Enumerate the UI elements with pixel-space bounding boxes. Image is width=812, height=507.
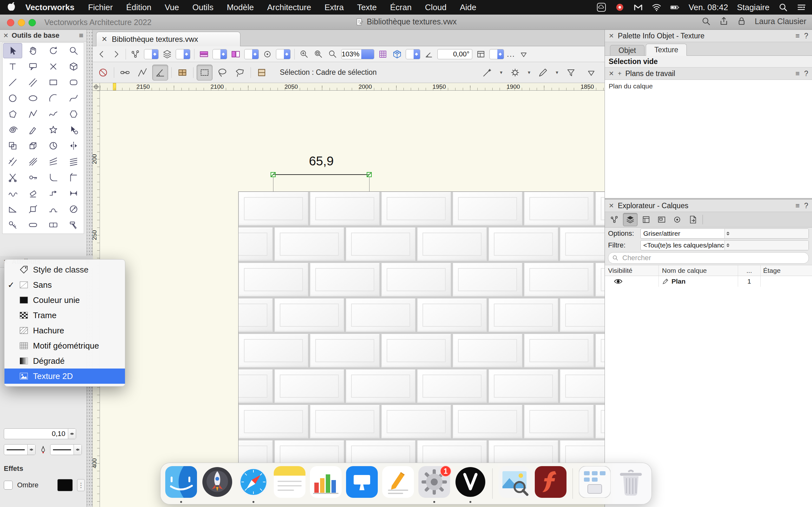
menu-item-hachure[interactable]: Hachure <box>4 323 125 338</box>
corner-square-tool-icon[interactable] <box>24 202 42 216</box>
extrude-tool-icon[interactable] <box>24 138 42 153</box>
toolbar-collapse-icon[interactable] <box>518 49 529 60</box>
forward-icon[interactable] <box>110 49 122 60</box>
menu-item-texture-2d[interactable]: Texture 2D <box>4 369 125 384</box>
wall-styles-icon[interactable] <box>230 49 241 60</box>
wave-tool-icon[interactable] <box>3 186 22 201</box>
photos-icon[interactable] <box>499 466 530 498</box>
shadow-color-swatch[interactable] <box>57 479 72 491</box>
furniture-tool-icon[interactable] <box>254 65 269 80</box>
line-weight-popup[interactable]: 0,10 <box>4 429 76 439</box>
menu-fichier[interactable]: Fichier <box>82 3 119 12</box>
dock-item-vectorworks[interactable] <box>454 463 487 504</box>
options-select[interactable]: Griser/attirer <box>641 228 809 239</box>
rounded-rectangle-tool-icon[interactable] <box>64 75 83 90</box>
menu-vue[interactable]: Vue <box>158 3 186 12</box>
callout-tool-icon[interactable] <box>24 59 42 74</box>
palette-menu-icon[interactable]: ≡ <box>796 69 800 78</box>
compass-tool-icon[interactable] <box>64 202 83 216</box>
menu-modele[interactable]: Modèle <box>220 3 260 12</box>
wall-styles-popup[interactable] <box>244 49 259 59</box>
safari-icon[interactable] <box>238 466 269 498</box>
session-user[interactable]: Laura Clausier <box>755 17 806 26</box>
ticket-tool-icon[interactable] <box>44 218 62 232</box>
menu-item-degrade[interactable]: Dégradé <box>4 353 125 369</box>
circle-tool-icon[interactable] <box>3 91 22 106</box>
dock-item-charts[interactable] <box>310 463 342 504</box>
polygon-selection-icon[interactable] <box>232 65 247 80</box>
notification-icon[interactable] <box>615 3 624 12</box>
minimize-window-button[interactable] <box>18 19 25 26</box>
pages-icon[interactable] <box>382 466 414 498</box>
menu-outils[interactable]: Outils <box>186 3 220 12</box>
line-style-popup[interactable] <box>4 444 36 455</box>
eraser-tool-icon[interactable] <box>24 186 42 201</box>
finder-icon[interactable] <box>165 466 197 498</box>
filter-icon[interactable] <box>563 65 578 80</box>
mail-icon[interactable] <box>633 3 643 12</box>
dock-item-system-preferences[interactable]: 1 <box>418 463 450 504</box>
snap-grid-icon[interactable] <box>117 65 133 80</box>
documents-folder-icon[interactable] <box>579 466 611 498</box>
layer-options-icon[interactable] <box>161 49 173 60</box>
dock-item-launchpad[interactable] <box>201 463 234 504</box>
battery-icon[interactable] <box>670 3 680 12</box>
iso-grid-popup[interactable] <box>406 49 420 59</box>
ruler-origin-icon[interactable] <box>92 83 100 91</box>
col-more[interactable]: ... <box>738 265 761 276</box>
pan-hand-tool-icon[interactable] <box>24 43 42 58</box>
document-tab[interactable]: ✕ Bibliothèque textures.vwx <box>96 32 241 46</box>
slope-tool-icon[interactable] <box>3 202 22 216</box>
viewports-icon[interactable] <box>655 213 669 226</box>
zoom-tool-icon[interactable] <box>64 43 83 58</box>
brush-icon[interactable] <box>536 65 551 80</box>
saved-views-popup[interactable] <box>144 49 159 59</box>
tab-objet[interactable]: Objet <box>610 45 645 55</box>
hammer-tool-icon[interactable] <box>64 218 83 232</box>
help-icon[interactable]: ? <box>804 32 808 40</box>
louver-tool-icon[interactable] <box>64 154 83 169</box>
wall-preferences-popup[interactable] <box>212 49 227 59</box>
polygon-tool-icon[interactable] <box>3 107 22 121</box>
menu-aide[interactable]: Aide <box>453 3 483 12</box>
search-input[interactable] <box>622 253 805 262</box>
arch-tool-icon[interactable] <box>44 202 62 216</box>
freehand-tool-icon[interactable] <box>24 123 42 137</box>
rotate-view-tool-icon[interactable] <box>44 43 62 58</box>
settings-gear-icon[interactable] <box>507 65 523 80</box>
fillet-tool-icon[interactable] <box>44 170 62 185</box>
delete-tool-icon[interactable] <box>44 59 62 74</box>
close-palette-icon[interactable]: ✕ <box>609 32 614 40</box>
rotation-field[interactable] <box>438 49 472 59</box>
close-palette-icon[interactable]: ✕ <box>609 70 614 77</box>
chevron-down-icon[interactable]: ▾ <box>500 69 502 75</box>
help-icon[interactable]: ? <box>804 202 808 210</box>
help-icon[interactable]: ? <box>804 69 808 78</box>
hatch-tool-icon[interactable] <box>24 154 42 169</box>
creative-cloud-icon[interactable] <box>597 3 606 12</box>
ellipse-tool-icon[interactable] <box>24 91 42 106</box>
close-window-button[interactable] <box>7 19 14 26</box>
snap-angle-icon[interactable] <box>152 65 168 80</box>
search-icon[interactable] <box>701 16 711 26</box>
menu-item-couleur-unie[interactable]: Couleur unie <box>4 292 125 308</box>
col-visibility[interactable]: Visibilité <box>605 265 659 276</box>
dock-item-documents-folder[interactable] <box>578 463 611 504</box>
export-icon[interactable] <box>686 213 700 226</box>
menu-ecran[interactable]: Écran <box>384 3 418 12</box>
add-workplane-icon[interactable]: + <box>618 70 622 77</box>
lasso-selection-icon[interactable] <box>215 65 230 80</box>
line-endpoint-icon[interactable] <box>39 445 48 454</box>
menu-item-trame[interactable]: Trame <box>4 308 125 323</box>
menu-app-name[interactable]: Vectorworks <box>18 3 82 12</box>
dock-item-safari[interactable] <box>237 463 270 504</box>
dock-item-trash[interactable] <box>615 463 647 504</box>
share-icon[interactable] <box>719 16 728 26</box>
text-tool-icon[interactable] <box>3 59 22 74</box>
dock-item-photos[interactable] <box>498 463 531 504</box>
back-icon[interactable] <box>96 49 107 60</box>
offset-tool-icon[interactable] <box>3 154 22 169</box>
close-palette-icon[interactable]: ✕ <box>609 202 614 210</box>
rotation-icon[interactable] <box>423 49 435 60</box>
dimension-tool-icon[interactable] <box>64 186 83 201</box>
